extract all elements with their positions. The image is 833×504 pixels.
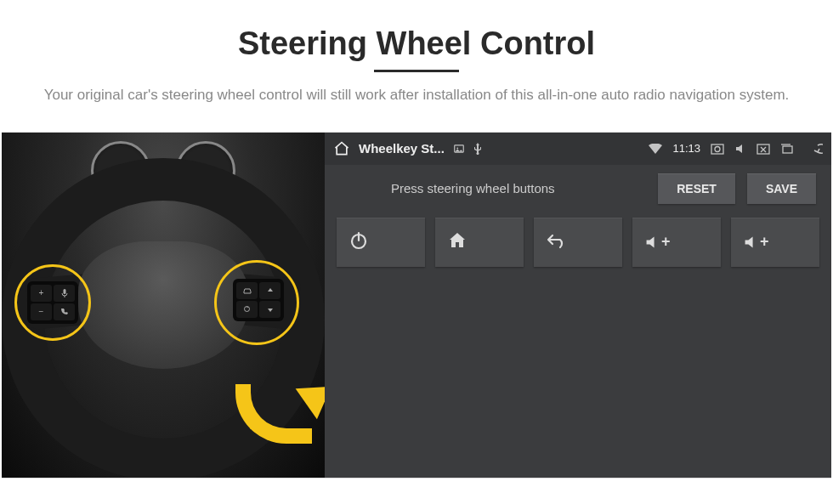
status-app-title: Wheelkey St... [359,141,445,156]
svg-rect-7 [783,146,792,153]
usb-icon [473,143,482,155]
volume-up-icon: + [644,233,671,251]
volume-up-icon: + [743,233,769,251]
page-subtitle: Your original car's steering wheel contr… [34,84,799,106]
callout-arrow [231,376,325,452]
svg-point-5 [715,146,720,151]
home-icon[interactable] [333,140,350,157]
dashboard-background: + − [2,133,325,479]
android-status-bar: Wheelkey St... 11:13 [325,133,831,165]
function-tile-row: + + [325,212,831,279]
page-title: Steering Wheel Control [238,25,595,72]
svg-rect-4 [711,144,723,154]
save-button[interactable]: SAVE [747,173,816,204]
tile-back[interactable] [534,218,622,267]
headunit-screen: Wheelkey St... 11:13 [325,133,831,479]
status-time: 11:13 [672,142,700,155]
wifi-icon [649,144,662,154]
screenshot-icon[interactable] [711,143,724,155]
toolbar-prompt: Press steering wheel buttons [391,181,555,195]
tile-home[interactable] [435,218,524,267]
steering-wheel-photo: + − [2,133,325,479]
tile-volume-up-2[interactable]: + [731,218,819,267]
power-icon [348,230,369,254]
home-icon [447,230,468,254]
recent-apps-icon[interactable] [780,143,794,155]
back-icon [546,232,568,252]
empty-content-area [325,279,831,479]
close-app-icon[interactable] [756,143,770,155]
back-softkey-icon[interactable] [804,143,823,155]
highlight-circle-right [214,260,299,345]
content-row: + − [2,132,831,479]
image-icon [453,143,465,155]
app-toolbar: Press steering wheel buttons RESET SAVE [325,165,831,212]
svg-point-3 [456,147,458,149]
highlight-circle-left [14,264,91,341]
reset-button[interactable]: RESET [658,173,735,204]
volume-icon[interactable] [734,143,746,155]
page-header: Steering Wheel Control Your original car… [0,0,833,123]
tile-volume-up-1[interactable]: + [632,218,721,267]
tile-power[interactable] [337,218,425,267]
